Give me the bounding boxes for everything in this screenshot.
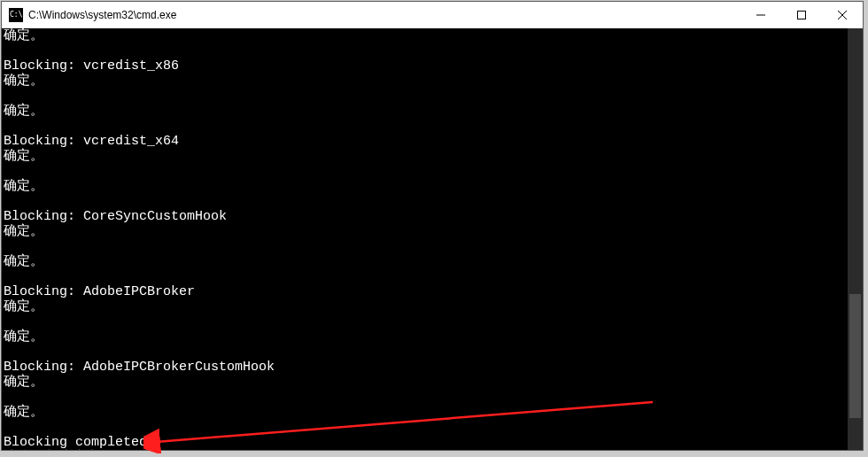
svg-rect-1: [798, 12, 806, 19]
vertical-scrollbar[interactable]: [848, 28, 863, 450]
console-output: 确定。 Blocking: vcredist_x86 确定。 确定。 Block…: [4, 28, 848, 450]
minimize-button[interactable]: [740, 2, 781, 28]
close-icon: [838, 11, 847, 19]
maximize-button[interactable]: [781, 2, 822, 28]
cmd-window: C:\Windows\system32\cmd.exe 确定。 Blocking…: [1, 1, 864, 451]
scrollbar-thumb[interactable]: [849, 294, 861, 418]
window-title: C:\Windows\system32\cmd.exe: [28, 9, 176, 21]
titlebar[interactable]: C:\Windows\system32\cmd.exe: [2, 2, 863, 29]
console-area[interactable]: 确定。 Blocking: vcredist_x86 确定。 确定。 Block…: [2, 28, 863, 450]
maximize-icon: [797, 11, 806, 19]
cmd-icon: [9, 8, 23, 22]
minimize-icon: [756, 11, 765, 19]
close-button[interactable]: [822, 2, 863, 28]
